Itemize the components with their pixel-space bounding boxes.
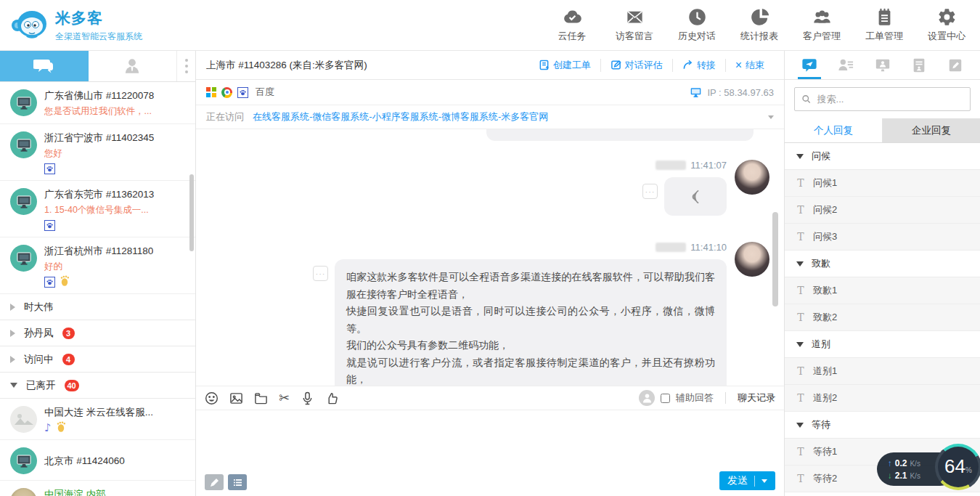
network-overlay: ↑ 0.2 K/s ↓ 2.1 K/s 64 % (877, 444, 971, 492)
nav-cloud-task[interactable]: 云任务 (552, 7, 592, 43)
tree-item[interactable]: T 问候2 (785, 197, 980, 224)
assist-checkbox[interactable] (661, 394, 670, 403)
tree-item[interactable]: T 道别1 (785, 358, 980, 385)
expand-triangle-icon (10, 383, 17, 388)
windows-os-icon (206, 87, 216, 97)
nav-settings[interactable]: 设置中心 (926, 7, 967, 43)
divider (754, 476, 755, 487)
visiting-page-link[interactable]: 在线客服系统-微信客服系统-小程序客服系统-微博客服系统-米多客官网 (253, 110, 759, 123)
text-type-icon: T (796, 392, 805, 404)
progress-ring[interactable]: 64 % (935, 444, 980, 490)
search-box[interactable] (794, 87, 971, 111)
end-chat-button[interactable]: × 结束 (725, 59, 774, 72)
footprint-icon (60, 275, 70, 289)
app-window: 米多客 全渠道智能云客服系统 云任务 访客留言 历史对话 统计报表 (0, 0, 980, 496)
nav-ticket-manage[interactable]: 工单管理 (864, 7, 905, 43)
tree-group-farewell[interactable]: 道别 (785, 331, 980, 358)
create-ticket-button[interactable]: 创建工单 (529, 59, 600, 72)
agent-group-sundanfeng[interactable]: 孙丹凤 3 (0, 320, 195, 346)
group-left[interactable]: 已离开 40 (0, 373, 195, 399)
text-type-icon: T (796, 473, 805, 484)
tab-visitor-info[interactable] (833, 51, 859, 79)
tab-contacts[interactable] (89, 51, 177, 81)
nav-label: 客户管理 (803, 30, 841, 43)
tree-group-apology[interactable]: 致歉 (785, 251, 980, 277)
tab-company-reply[interactable]: 企业回复 (883, 118, 980, 142)
agent-group-shidawei[interactable]: 时大伟 (0, 294, 195, 320)
text-type-icon: T (796, 204, 805, 216)
tab-notes[interactable] (942, 51, 968, 79)
search-icon (801, 94, 812, 105)
tree-item[interactable]: T 致歉2 (785, 304, 980, 331)
tree-group-greeting[interactable]: 问候 (785, 143, 980, 170)
file-button[interactable] (254, 391, 268, 405)
tree-item[interactable]: T 致歉1 (785, 277, 980, 304)
message-more-button[interactable]: ··· (642, 184, 658, 199)
chat-list-item[interactable]: 浙江省杭州市 #11281180 好的 (0, 237, 195, 294)
message-text: 11:41:10 ··· 咱家这款米多客软件是可以全程语音多渠道连接的在线客服软… (211, 242, 769, 386)
customer-manage-icon (812, 7, 832, 27)
message-time: 11:41:10 (690, 242, 727, 253)
voice-button[interactable] (301, 391, 314, 405)
tab-personal-reply[interactable]: 个人回复 (785, 118, 883, 142)
screenshot-scissors-icon[interactable]: ✂ (279, 391, 290, 405)
nav-history-dialog[interactable]: 历史对话 (677, 7, 717, 43)
transfer-button[interactable]: 转接 (672, 59, 725, 72)
tab-visit-trace[interactable] (870, 51, 896, 79)
message-preview: 您是否试用过我们软件，... (44, 105, 154, 118)
tab-quick-reply[interactable] (796, 51, 822, 79)
nav-visitor-message[interactable]: 访客留言 (614, 7, 655, 43)
quick-phrase-button[interactable] (228, 474, 247, 490)
monitor-person-icon (874, 57, 891, 73)
message-more-button[interactable]: ··· (313, 266, 328, 281)
partial-message-bubble (486, 129, 754, 141)
redacted-agent-name (656, 243, 686, 252)
nav-stats-report[interactable]: 统计报表 (739, 7, 780, 43)
tree-item[interactable]: T 道别2 (785, 385, 980, 412)
footprint-icon (57, 421, 66, 435)
dialog-evaluate-button[interactable]: 对话评估 (600, 59, 672, 72)
emoji-button[interactable] (205, 391, 219, 405)
text-message-bubble: 咱家这款米多客软件是可以全程语音多渠道连接的在线客服软件，可以帮助我们客服在接待… (335, 259, 727, 386)
redacted-agent-name (656, 160, 686, 170)
like-button[interactable] (325, 391, 339, 405)
send-button[interactable]: 发送 (719, 471, 775, 490)
visitor-title: 中国大连 米云在线客服... (44, 406, 153, 419)
message-preview: 好的 (44, 261, 153, 273)
edit-mode-button[interactable] (205, 474, 224, 490)
monitor-avatar (10, 245, 37, 272)
search-input[interactable] (817, 94, 963, 105)
smiley-icon (205, 391, 219, 405)
chat-history-button[interactable]: 聊天记录 (738, 391, 775, 404)
assist-label: 辅助回答 (676, 391, 714, 404)
voice-message-bubble[interactable] (664, 177, 727, 216)
chat-list-item[interactable]: 浙江省宁波市 #11402345 您好 (0, 124, 195, 181)
sidebar-more-menu[interactable] (176, 51, 195, 81)
tree-group-waiting[interactable]: 等待 (785, 412, 980, 439)
tree-item[interactable]: T 问候1 (785, 170, 980, 197)
nav-customer-manage[interactable]: 客户管理 (801, 7, 842, 43)
app-title: 米多客 (55, 8, 142, 28)
top-nav: 云任务 访客留言 历史对话 统计报表 客户管理 工单管理 (552, 7, 967, 43)
chat-list-item[interactable]: 中国海淀 内部 http://mdkiptest.miduoke.... (0, 481, 195, 496)
image-button[interactable] (229, 391, 243, 405)
nav-label: 云任务 (558, 30, 587, 43)
thumbs-up-icon (325, 391, 339, 405)
scrollbar-thumb[interactable] (772, 212, 778, 306)
tree-item[interactable]: T 问候3 (785, 224, 980, 251)
scrollbar-thumb[interactable] (189, 174, 194, 251)
visitor-title: 广东省佛山市 #11220078 (44, 89, 154, 102)
chevron-down-icon[interactable] (768, 115, 774, 119)
chat-list-item[interactable]: 中国大连 米云在线客服... ♪ (0, 399, 195, 440)
message-preview: 1. 15-40个微信号集成一... (44, 204, 154, 216)
message-input-area[interactable]: 发送 (196, 410, 784, 496)
chat-list-item[interactable]: 北京市 #11424060 (0, 440, 195, 481)
download-arrow-icon: ↓ (888, 471, 892, 480)
tab-visitor-record[interactable] (906, 51, 932, 79)
chat-list-item[interactable]: 广东省佛山市 #11220078 您是否试用过我们软件，... (0, 82, 195, 124)
group-visiting[interactable]: 访问中 4 (0, 346, 195, 373)
chat-list-item[interactable]: 广东省东莞市 #11362013 1. 15-40个微信号集成一... (0, 181, 195, 237)
send-options-caret-icon[interactable] (761, 479, 767, 483)
collapse-triangle-icon (10, 356, 15, 363)
tab-conversations[interactable] (0, 51, 89, 81)
